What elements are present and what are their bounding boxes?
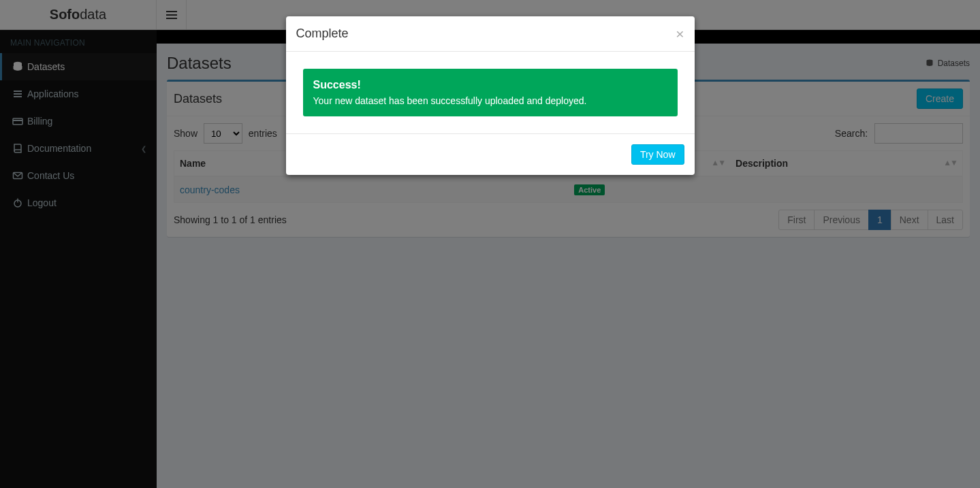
- modal-close-button[interactable]: ×: [676, 27, 684, 41]
- alert-body: Your new dataset has been successfully u…: [313, 95, 667, 106]
- success-alert: Success! Your new dataset has been succe…: [303, 69, 678, 116]
- modal-title: Complete: [296, 27, 349, 41]
- close-icon: ×: [676, 26, 684, 42]
- modal-body: Success! Your new dataset has been succe…: [286, 52, 695, 133]
- modal-footer: Try Now: [286, 133, 695, 175]
- complete-modal: Complete × Success! Your new dataset has…: [286, 16, 695, 175]
- alert-title: Success!: [313, 79, 667, 91]
- try-now-button[interactable]: Try Now: [631, 144, 684, 165]
- modal-header: Complete ×: [286, 16, 695, 52]
